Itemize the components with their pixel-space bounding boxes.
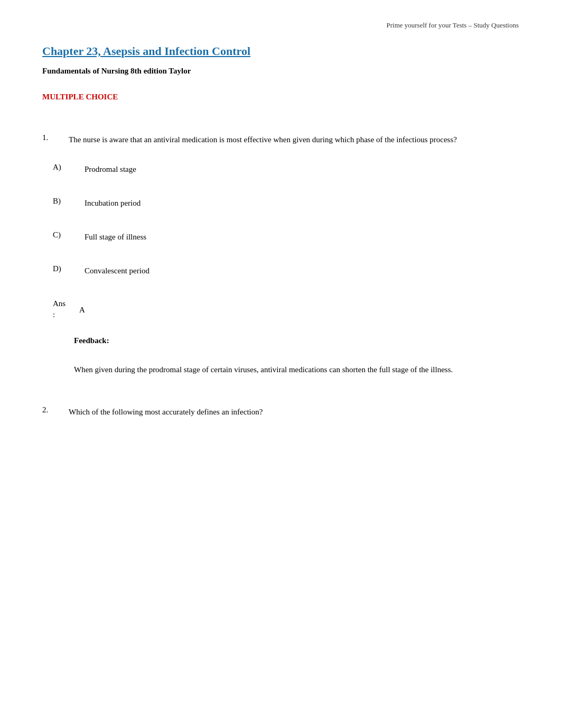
option-1-b-text: Incubation period xyxy=(85,197,141,209)
answer-1-block: Ans : A xyxy=(42,298,519,320)
question-2: 2. Which of the following most accuratel… xyxy=(42,395,519,418)
option-1-c-text: Full stage of illness xyxy=(85,231,146,243)
question-1-number: 1. xyxy=(42,133,69,142)
option-1-a: A) Prodromal stage xyxy=(42,163,519,176)
feedback-1-title: Feedback: xyxy=(74,336,519,345)
page-header: Prime yourself for your Tests – Study Qu… xyxy=(42,21,519,30)
option-1-c: C) Full stage of illness xyxy=(42,231,519,243)
question-2-text: Which of the following most accurately d… xyxy=(69,406,519,418)
option-1-b: B) Incubation period xyxy=(42,197,519,209)
answer-1-value: A xyxy=(74,298,85,315)
question-1: 1. The nurse is aware that an antiviral … xyxy=(42,123,519,146)
question-2-number: 2. xyxy=(42,406,69,414)
chapter-subtitle: Fundamentals of Nursing 8th edition Tayl… xyxy=(42,67,519,76)
question-1-text: The nurse is aware that an antiviral med… xyxy=(69,133,519,146)
chapter-title: Chapter 23, Asepsis and Infection Contro… xyxy=(42,44,519,58)
option-1-b-label: B) xyxy=(53,197,85,206)
page: Prime yourself for your Tests – Study Qu… xyxy=(0,0,561,728)
option-1-d: D) Convalescent period xyxy=(42,264,519,277)
answer-1-label: Ans : xyxy=(53,298,74,320)
feedback-1-block: Feedback: When given during the prodroma… xyxy=(42,336,519,376)
header-tagline: Prime yourself for your Tests – Study Qu… xyxy=(386,21,519,29)
option-1-a-text: Prodromal stage xyxy=(85,163,136,176)
option-1-c-label: C) xyxy=(53,231,85,239)
option-1-a-label: A) xyxy=(53,163,85,172)
feedback-1-text: When given during the prodromal stage of… xyxy=(74,363,519,376)
option-1-d-label: D) xyxy=(53,264,85,273)
option-1-d-text: Convalescent period xyxy=(85,264,149,277)
section-label: MULTIPLE CHOICE xyxy=(42,93,519,102)
